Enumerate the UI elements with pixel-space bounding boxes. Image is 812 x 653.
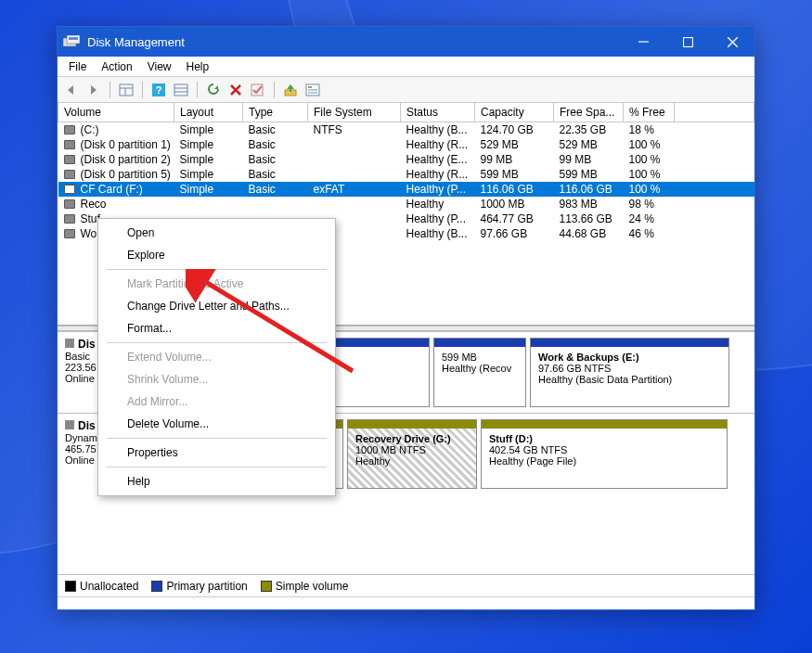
context-item-properties[interactable]: Properties bbox=[101, 442, 332, 464]
upload-icon[interactable] bbox=[280, 80, 301, 100]
svg-text:?: ? bbox=[156, 84, 162, 96]
context-separator bbox=[107, 438, 327, 439]
table-row[interactable]: RecoHealthy1000 MB983 MB98 % bbox=[58, 197, 754, 211]
partition[interactable]: Recovery Drive (G:)1000 MB NTFSHealthy bbox=[347, 419, 477, 489]
nav-back-icon[interactable] bbox=[61, 80, 82, 100]
drive-icon bbox=[64, 155, 75, 164]
context-item-add-mirror: Add Mirror... bbox=[101, 391, 332, 413]
svg-rect-2 bbox=[69, 37, 78, 40]
help-icon[interactable]: ? bbox=[148, 80, 169, 100]
svg-rect-7 bbox=[120, 84, 133, 96]
col-layout[interactable]: Layout bbox=[174, 103, 243, 122]
drive-icon bbox=[64, 125, 75, 134]
app-icon bbox=[63, 35, 80, 48]
partition[interactable]: Stuff (D:)402.54 GB NTFSHealthy (Page Fi… bbox=[481, 419, 728, 489]
properties-icon[interactable] bbox=[303, 80, 323, 100]
delete-icon[interactable] bbox=[226, 80, 246, 100]
titlebar[interactable]: Disk Management bbox=[58, 27, 754, 57]
table-header[interactable]: Volume Layout Type File System Status Ca… bbox=[58, 103, 754, 122]
table-row[interactable]: (C:)SimpleBasicNTFSHealthy (B...124.70 G… bbox=[58, 122, 754, 138]
menubar: File Action View Help bbox=[58, 57, 754, 77]
svg-rect-12 bbox=[174, 84, 187, 96]
menu-help[interactable]: Help bbox=[179, 58, 217, 75]
col-capacity[interactable]: Capacity bbox=[475, 103, 554, 122]
context-item-delete-volume[interactable]: Delete Volume... bbox=[101, 413, 332, 435]
context-item-explore[interactable]: Explore bbox=[101, 244, 332, 266]
partition[interactable]: 599 MBHealthy (Recov bbox=[433, 338, 526, 407]
col-volume[interactable]: Volume bbox=[58, 103, 174, 122]
legend-simple: Simple volume bbox=[261, 580, 349, 593]
menu-action[interactable]: Action bbox=[94, 58, 139, 75]
svg-rect-4 bbox=[683, 37, 692, 46]
context-item-change-drive-letter-and-paths[interactable]: Change Drive Letter and Paths... bbox=[101, 295, 332, 317]
svg-rect-20 bbox=[308, 86, 312, 88]
menu-view[interactable]: View bbox=[140, 58, 179, 75]
minimize-button[interactable] bbox=[621, 27, 665, 57]
context-item-help[interactable]: Help bbox=[101, 470, 332, 493]
table-row[interactable]: (Disk 0 partition 2)SimpleBasicHealthy (… bbox=[58, 152, 754, 167]
toolbar: ? bbox=[58, 77, 754, 103]
table-row[interactable]: CF Card (F:)SimpleBasicexFATHealthy (P..… bbox=[58, 182, 754, 197]
table-row[interactable]: (Disk 0 partition 5)SimpleBasicHealthy (… bbox=[58, 167, 754, 182]
window-title: Disk Management bbox=[87, 35, 621, 49]
drive-icon bbox=[64, 214, 75, 224]
col-status[interactable]: Status bbox=[401, 103, 475, 122]
drive-icon bbox=[64, 229, 75, 238]
menu-file[interactable]: File bbox=[61, 58, 94, 75]
col-pct[interactable]: % Free bbox=[624, 103, 675, 122]
col-free[interactable]: Free Spa... bbox=[554, 103, 624, 122]
col-fs[interactable]: File System bbox=[308, 103, 401, 122]
legend-unallocated: Unallocated bbox=[65, 580, 138, 593]
drive-icon bbox=[64, 185, 75, 194]
grid-icon[interactable] bbox=[171, 80, 191, 100]
context-separator bbox=[107, 467, 327, 467]
drive-icon bbox=[64, 199, 75, 209]
table-row[interactable]: (Disk 0 partition 1)SimpleBasicHealthy (… bbox=[58, 137, 754, 152]
legend-primary: Primary partition bbox=[151, 580, 247, 593]
close-button[interactable] bbox=[710, 27, 754, 57]
col-type[interactable]: Type bbox=[243, 103, 308, 122]
context-item-extend-volume: Extend Volume... bbox=[101, 346, 332, 368]
context-separator bbox=[107, 342, 327, 343]
drive-icon bbox=[64, 140, 75, 149]
panes-icon[interactable] bbox=[116, 80, 136, 100]
context-item-open[interactable]: Open bbox=[101, 222, 332, 244]
partition[interactable]: Work & Backups (E:)97.66 GB NTFSHealthy … bbox=[530, 338, 729, 407]
context-item-shrink-volume: Shrink Volume... bbox=[101, 368, 332, 391]
drive-icon bbox=[64, 170, 75, 179]
maximize-button[interactable] bbox=[665, 27, 710, 57]
context-separator bbox=[107, 269, 327, 270]
nav-forward-icon[interactable] bbox=[84, 80, 104, 100]
check-icon[interactable] bbox=[248, 80, 268, 100]
legend: Unallocated Primary partition Simple vol… bbox=[58, 574, 754, 596]
context-menu: OpenExploreMark Partition as ActiveChang… bbox=[97, 218, 336, 496]
refresh-icon[interactable] bbox=[203, 80, 224, 100]
context-item-format[interactable]: Format... bbox=[101, 317, 332, 339]
context-item-mark-partition-as-active: Mark Partition as Active bbox=[101, 273, 332, 295]
